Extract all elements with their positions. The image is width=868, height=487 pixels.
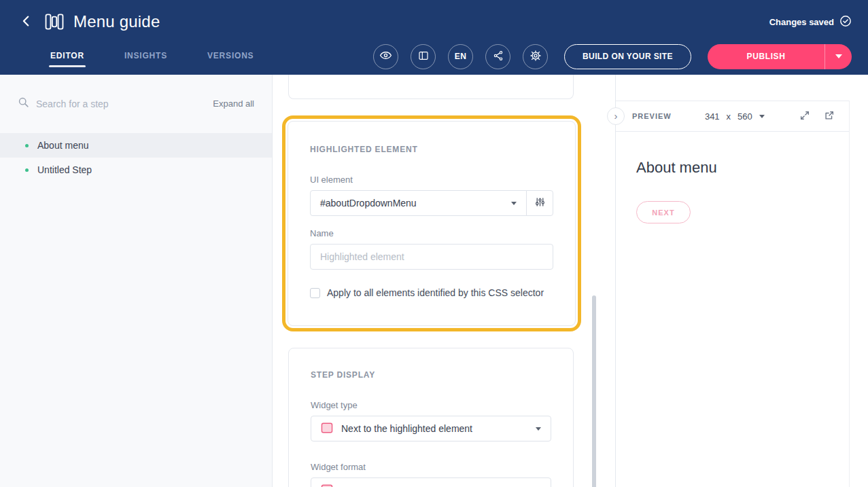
eye-icon: [379, 49, 392, 64]
step-display-card: STEP DISPLAY Widget type Next to the hig…: [288, 348, 574, 487]
tab-versions[interactable]: VERSIONS: [206, 46, 255, 67]
step-list: About menu Untitled Step: [0, 133, 272, 182]
ui-element-label: UI element: [310, 175, 553, 185]
chevron-down-icon: [511, 202, 517, 205]
chevron-left-icon: [19, 14, 34, 31]
publish-button-group: PUBLISH: [708, 44, 852, 69]
name-label: Name: [310, 228, 553, 238]
preview-panel: › PREVIEW 341 x 560: [615, 75, 868, 487]
share-button[interactable]: [485, 44, 510, 69]
search-input[interactable]: [36, 98, 206, 109]
widget-type-value: Next to the highlighted element: [341, 423, 472, 434]
step-item-untitled-step[interactable]: Untitled Step: [0, 158, 272, 182]
settings-button[interactable]: [523, 44, 548, 69]
highlighted-element-name-input[interactable]: [310, 244, 553, 270]
widget-format-select[interactable]: [311, 477, 551, 487]
tab-insights[interactable]: INSIGHTS: [123, 46, 169, 67]
search-icon: [18, 96, 29, 111]
language-button[interactable]: EN: [448, 44, 473, 69]
publish-dropdown-button[interactable]: [824, 44, 852, 69]
preview-title: PREVIEW: [632, 112, 672, 120]
share-icon: [493, 50, 504, 63]
step-item-about-menu[interactable]: About menu: [0, 133, 272, 158]
chevron-down-icon: [536, 427, 541, 431]
partial-card-above: [288, 75, 574, 99]
check-circle-icon: [839, 15, 852, 29]
publish-button[interactable]: PUBLISH: [708, 44, 824, 69]
expand-preview-button[interactable]: [798, 109, 812, 124]
topbar: Menu guide Changes saved EDITOR INSIGHTS…: [0, 0, 868, 75]
collapse-preview-button[interactable]: ›: [607, 107, 625, 125]
apply-to-all-checkbox[interactable]: [310, 288, 320, 298]
preview-size-select[interactable]: 341 x 560: [705, 111, 765, 122]
build-on-your-site-button[interactable]: BUILD ON YOUR SITE: [564, 44, 691, 69]
editor-scrollbar[interactable]: [592, 295, 596, 487]
step-status-dot: [25, 168, 29, 172]
steps-sidebar: Expand all About menu Untitled Step: [0, 75, 273, 487]
expand-icon: [799, 110, 810, 123]
preview-step-heading: About menu: [636, 159, 848, 177]
back-button[interactable]: [16, 11, 37, 33]
step-item-label: About menu: [37, 140, 89, 151]
layout-panel-button[interactable]: [411, 44, 436, 69]
step-item-label: Untitled Step: [37, 164, 92, 175]
widget-type-select[interactable]: Next to the highlighted element: [311, 416, 551, 441]
external-link-icon: [824, 110, 835, 123]
section-title: HIGHLIGHTED ELEMENT: [310, 145, 553, 154]
section-title: STEP DISPLAY: [311, 370, 551, 380]
changes-saved-label: Changes saved: [769, 17, 834, 27]
widget-type-label: Widget type: [311, 400, 551, 410]
preview-height-value: 560: [737, 111, 752, 122]
gear-icon: [530, 50, 542, 64]
tab-editor[interactable]: EDITOR: [49, 46, 86, 67]
open-in-new-tab-button[interactable]: [822, 109, 836, 124]
widget-format-icon: [321, 484, 333, 487]
changes-saved-status: Changes saved: [769, 15, 852, 29]
step-status-dot: [25, 144, 29, 147]
highlighted-element-ring: HIGHLIGHTED ELEMENT UI element #aboutDro…: [282, 115, 581, 331]
ui-element-value: #aboutDropdownMenu: [320, 198, 417, 209]
expand-all-link[interactable]: Expand all: [213, 98, 254, 109]
layout-panel-icon: [418, 50, 429, 63]
preview-width-value: 341: [705, 111, 720, 122]
widget-tooltip-icon: [321, 422, 333, 435]
preview-scrollbar-track: [849, 101, 850, 487]
step-settings-panel: HIGHLIGHTED ELEMENT UI element #aboutDro…: [273, 75, 615, 487]
chevron-down-icon: [835, 54, 842, 58]
highlighted-element-card: HIGHLIGHTED ELEMENT UI element #aboutDro…: [288, 121, 576, 326]
language-label: EN: [455, 52, 467, 61]
preview-eye-button[interactable]: [373, 44, 398, 69]
page-title: Menu guide: [73, 12, 160, 31]
apply-to-all-label: Apply to all elements identified by this…: [327, 287, 544, 298]
ui-element-select[interactable]: #aboutDropdownMenu: [310, 190, 527, 216]
preview-size-separator: x: [727, 111, 731, 122]
preview-header: PREVIEW 341 x 560: [616, 101, 850, 132]
element-picker-button[interactable]: [526, 190, 553, 216]
widget-format-label: Widget format: [311, 462, 551, 472]
preview-next-button[interactable]: NEXT: [636, 201, 691, 223]
editor-tabs: EDITOR INSIGHTS VERSIONS: [49, 46, 255, 67]
chevron-down-icon: [759, 115, 765, 118]
sliders-icon: [534, 196, 546, 210]
app-logo-icon: [45, 14, 64, 30]
preview-content: About menu NEXT: [616, 132, 868, 251]
